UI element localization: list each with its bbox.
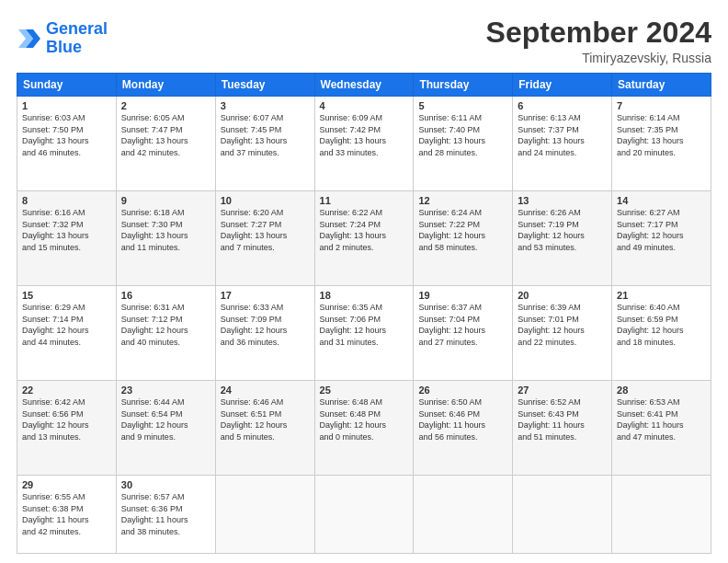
logo-icon (17, 26, 42, 52)
day-number: 6 (518, 100, 607, 111)
day-number: 12 (418, 195, 507, 206)
table-row: 27Sunrise: 6:52 AM Sunset: 6:43 PM Dayli… (513, 381, 612, 476)
calendar-week-row: 22Sunrise: 6:42 AM Sunset: 6:56 PM Dayli… (17, 381, 711, 476)
table-row: 10Sunrise: 6:20 AM Sunset: 7:27 PM Dayli… (215, 191, 314, 286)
day-number: 18 (320, 290, 409, 301)
day-number: 11 (320, 195, 409, 206)
table-row: 19Sunrise: 6:37 AM Sunset: 7:04 PM Dayli… (414, 286, 513, 381)
table-row (215, 476, 314, 554)
day-info: Sunrise: 6:18 AM Sunset: 7:30 PM Dayligh… (121, 207, 210, 253)
day-info: Sunrise: 6:07 AM Sunset: 7:45 PM Dayligh… (221, 112, 310, 158)
day-info: Sunrise: 6:27 AM Sunset: 7:17 PM Dayligh… (617, 207, 706, 253)
table-row: 25Sunrise: 6:48 AM Sunset: 6:48 PM Dayli… (314, 381, 414, 476)
table-row: 1Sunrise: 6:03 AM Sunset: 7:50 PM Daylig… (17, 97, 117, 191)
table-row: 21Sunrise: 6:40 AM Sunset: 6:59 PM Dayli… (612, 286, 711, 381)
logo: General Blue (17, 20, 108, 57)
table-row: 5Sunrise: 6:11 AM Sunset: 7:40 PM Daylig… (414, 97, 513, 191)
table-row: 18Sunrise: 6:35 AM Sunset: 7:06 PM Dayli… (314, 286, 414, 381)
day-info: Sunrise: 6:46 AM Sunset: 6:51 PM Dayligh… (221, 396, 310, 442)
month-title: September 2024 (486, 17, 711, 49)
day-info: Sunrise: 6:29 AM Sunset: 7:14 PM Dayligh… (22, 302, 111, 348)
day-info: Sunrise: 6:35 AM Sunset: 7:06 PM Dayligh… (320, 302, 409, 348)
location: Timiryazevskiy, Russia (486, 51, 711, 65)
col-monday: Monday (116, 74, 215, 97)
day-info: Sunrise: 6:40 AM Sunset: 6:59 PM Dayligh… (617, 302, 706, 348)
table-row: 29Sunrise: 6:55 AM Sunset: 6:38 PM Dayli… (17, 476, 117, 554)
day-number: 5 (418, 100, 507, 111)
table-row: 4Sunrise: 6:09 AM Sunset: 7:42 PM Daylig… (314, 97, 414, 191)
day-info: Sunrise: 6:14 AM Sunset: 7:35 PM Dayligh… (617, 112, 706, 158)
day-info: Sunrise: 6:37 AM Sunset: 7:04 PM Dayligh… (418, 302, 507, 348)
table-row: 24Sunrise: 6:46 AM Sunset: 6:51 PM Dayli… (215, 381, 314, 476)
page: General Blue September 2024 Timiryazevsk… (0, 0, 728, 563)
day-number: 17 (221, 290, 310, 301)
table-row (314, 476, 414, 554)
day-info: Sunrise: 6:05 AM Sunset: 7:47 PM Dayligh… (121, 112, 210, 158)
day-number: 16 (121, 290, 210, 301)
day-number: 23 (121, 385, 210, 396)
col-tuesday: Tuesday (215, 74, 314, 97)
day-info: Sunrise: 6:03 AM Sunset: 7:50 PM Dayligh… (22, 112, 111, 158)
table-row: 26Sunrise: 6:50 AM Sunset: 6:46 PM Dayli… (414, 381, 513, 476)
day-number: 29 (22, 479, 111, 490)
table-row (414, 476, 513, 554)
calendar-table: Sunday Monday Tuesday Wednesday Thursday… (17, 73, 711, 554)
day-number: 2 (121, 100, 210, 111)
day-number: 1 (22, 100, 111, 111)
day-number: 10 (221, 195, 310, 206)
day-number: 13 (518, 195, 607, 206)
day-info: Sunrise: 6:50 AM Sunset: 6:46 PM Dayligh… (418, 396, 507, 442)
header: General Blue September 2024 Timiryazevsk… (17, 17, 711, 65)
calendar-week-row: 15Sunrise: 6:29 AM Sunset: 7:14 PM Dayli… (17, 286, 711, 381)
day-info: Sunrise: 6:53 AM Sunset: 6:41 PM Dayligh… (617, 396, 706, 442)
table-row: 30Sunrise: 6:57 AM Sunset: 6:36 PM Dayli… (116, 476, 215, 554)
table-row: 12Sunrise: 6:24 AM Sunset: 7:22 PM Dayli… (414, 191, 513, 286)
day-info: Sunrise: 6:52 AM Sunset: 6:43 PM Dayligh… (518, 396, 607, 442)
day-info: Sunrise: 6:55 AM Sunset: 6:38 PM Dayligh… (22, 491, 111, 537)
day-info: Sunrise: 6:13 AM Sunset: 7:37 PM Dayligh… (518, 112, 607, 158)
day-info: Sunrise: 6:44 AM Sunset: 6:54 PM Dayligh… (121, 396, 210, 442)
day-info: Sunrise: 6:09 AM Sunset: 7:42 PM Dayligh… (320, 112, 409, 158)
table-row: 7Sunrise: 6:14 AM Sunset: 7:35 PM Daylig… (612, 97, 711, 191)
day-info: Sunrise: 6:24 AM Sunset: 7:22 PM Dayligh… (418, 207, 507, 253)
day-number: 20 (518, 290, 607, 301)
table-row: 2Sunrise: 6:05 AM Sunset: 7:47 PM Daylig… (116, 97, 215, 191)
day-number: 25 (320, 385, 409, 396)
day-number: 30 (121, 479, 210, 490)
table-row (612, 476, 711, 554)
day-number: 14 (617, 195, 706, 206)
table-row: 22Sunrise: 6:42 AM Sunset: 6:56 PM Dayli… (17, 381, 117, 476)
day-number: 26 (418, 385, 507, 396)
day-number: 3 (221, 100, 310, 111)
table-row: 6Sunrise: 6:13 AM Sunset: 7:37 PM Daylig… (513, 97, 612, 191)
title-block: September 2024 Timiryazevskiy, Russia (486, 17, 711, 65)
table-row: 20Sunrise: 6:39 AM Sunset: 7:01 PM Dayli… (513, 286, 612, 381)
calendar-week-row: 1Sunrise: 6:03 AM Sunset: 7:50 PM Daylig… (17, 97, 711, 191)
day-number: 9 (121, 195, 210, 206)
logo-text: General Blue (46, 20, 108, 57)
logo-line1: General (46, 19, 108, 38)
day-number: 27 (518, 385, 607, 396)
day-number: 28 (617, 385, 706, 396)
day-info: Sunrise: 6:20 AM Sunset: 7:27 PM Dayligh… (221, 207, 310, 253)
day-number: 7 (617, 100, 706, 111)
col-sunday: Sunday (17, 74, 117, 97)
table-row: 9Sunrise: 6:18 AM Sunset: 7:30 PM Daylig… (116, 191, 215, 286)
table-row: 11Sunrise: 6:22 AM Sunset: 7:24 PM Dayli… (314, 191, 414, 286)
day-info: Sunrise: 6:31 AM Sunset: 7:12 PM Dayligh… (121, 302, 210, 348)
calendar-week-row: 29Sunrise: 6:55 AM Sunset: 6:38 PM Dayli… (17, 476, 711, 554)
day-number: 21 (617, 290, 706, 301)
col-saturday: Saturday (612, 74, 711, 97)
table-row (513, 476, 612, 554)
day-info: Sunrise: 6:57 AM Sunset: 6:36 PM Dayligh… (121, 491, 210, 537)
day-info: Sunrise: 6:42 AM Sunset: 6:56 PM Dayligh… (22, 396, 111, 442)
day-number: 15 (22, 290, 111, 301)
day-number: 8 (22, 195, 111, 206)
day-info: Sunrise: 6:11 AM Sunset: 7:40 PM Dayligh… (418, 112, 507, 158)
day-info: Sunrise: 6:48 AM Sunset: 6:48 PM Dayligh… (320, 396, 409, 442)
logo-line2: Blue (46, 39, 108, 57)
table-row: 23Sunrise: 6:44 AM Sunset: 6:54 PM Dayli… (116, 381, 215, 476)
col-wednesday: Wednesday (314, 74, 414, 97)
table-row: 16Sunrise: 6:31 AM Sunset: 7:12 PM Dayli… (116, 286, 215, 381)
table-row: 3Sunrise: 6:07 AM Sunset: 7:45 PM Daylig… (215, 97, 314, 191)
